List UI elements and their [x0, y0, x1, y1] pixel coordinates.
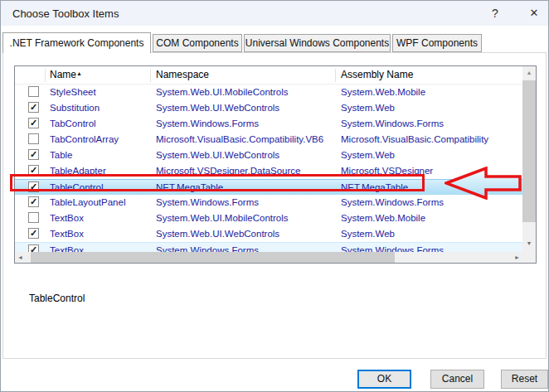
scroll-left-icon[interactable]: ◄: [15, 252, 26, 263]
ok-button[interactable]: OK: [357, 370, 411, 389]
cell-namespace: System.Web.UI.WebControls: [156, 148, 337, 163]
cell-assembly: System.Web: [341, 148, 522, 163]
cell-namespace: System.Web.UI.MobileControls: [156, 85, 337, 100]
column-header-assembly-name[interactable]: Assembly Name: [341, 69, 413, 80]
list-header: Name ▲ Namespace Assembly Name: [15, 66, 522, 85]
cell-name: TabControl: [50, 116, 148, 132]
scroll-down-icon[interactable]: ▼: [522, 237, 536, 250]
vertical-scrollbar[interactable]: ▲ ▼: [522, 66, 536, 252]
scrollbar-corner: [522, 252, 536, 263]
title-bar: Choose Toolbox Items ? ✕: [1, 1, 548, 26]
highlight-arrow-icon: [445, 167, 522, 200]
cell-assembly: System.Web.Mobile: [341, 211, 522, 226]
row-checkbox-checked[interactable]: ✓: [28, 118, 39, 128]
cell-assembly: Microsoft.VisualBasic.Compatibility: [341, 132, 522, 148]
cell-namespace: System.Windows.Forms: [156, 195, 337, 211]
component-details-group-label: TableControl: [26, 293, 88, 304]
header-separator: [45, 69, 46, 82]
horizontal-scrollbar[interactable]: ◄ ►: [15, 252, 522, 263]
row-checkbox-checked[interactable]: ✓: [28, 149, 39, 160]
components-list: Name ▲ Namespace Assembly Name StyleShee…: [14, 65, 537, 264]
row-checkbox-unchecked[interactable]: [28, 86, 39, 97]
cancel-button[interactable]: Cancel: [430, 370, 484, 389]
close-icon[interactable]: ✕: [525, 5, 543, 22]
cell-name: TextBox: [50, 211, 148, 226]
table-row[interactable]: ✓TableSystem.Web.UI.WebControlsSystem.We…: [15, 148, 522, 163]
choose-toolbox-items-dialog: Choose Toolbox Items ? ✕ .NET Framework …: [0, 0, 549, 392]
reset-button[interactable]: Reset: [501, 370, 548, 389]
table-row[interactable]: StyleSheetSystem.Web.UI.MobileControlsSy…: [15, 85, 522, 100]
column-header-name[interactable]: Name: [50, 69, 76, 80]
cell-namespace: System.Web.UI.MobileControls: [156, 211, 337, 226]
window-title: Choose Toolbox Items: [12, 7, 119, 20]
vertical-scrollbar-thumb[interactable]: [522, 80, 536, 222]
tab-wpf-components[interactable]: WPF Components: [392, 34, 482, 52]
cell-name: TabControlArray: [50, 132, 148, 148]
cell-assembly: System.Web: [341, 226, 522, 242]
horizontal-scrollbar-thumb[interactable]: [31, 252, 395, 263]
row-checkbox-checked[interactable]: ✓: [28, 102, 39, 113]
cell-namespace: Microsoft.VisualBasic.Compatibility.VB6: [156, 132, 337, 148]
table-row[interactable]: ✓TabControlSystem.Windows.FormsSystem.Wi…: [15, 116, 522, 132]
header-separator: [150, 69, 151, 82]
cell-namespace: System.Web.UI.WebControls: [156, 226, 337, 242]
table-row[interactable]: TextBoxSystem.Web.UI.MobileControlsSyste…: [15, 211, 522, 226]
table-row[interactable]: ✓TextBoxSystem.Web.UI.WebControlsSystem.…: [15, 226, 522, 242]
cell-namespace: System.Windows.Forms: [156, 116, 337, 132]
highlight-rectangle: [10, 174, 425, 191]
cell-name: StyleSheet: [50, 85, 148, 100]
table-row[interactable]: ✓SubstitutionSystem.Web.UI.WebControlsSy…: [15, 100, 522, 116]
row-checkbox-checked[interactable]: ✓: [28, 228, 39, 239]
cell-namespace: System.Web.UI.WebControls: [156, 100, 337, 116]
help-icon[interactable]: ?: [486, 5, 504, 22]
row-checkbox-checked[interactable]: ✓: [28, 196, 39, 207]
column-header-namespace[interactable]: Namespace: [156, 69, 209, 80]
cell-name: TableLayoutPanel: [50, 195, 148, 211]
row-checkbox-unchecked[interactable]: [28, 133, 39, 144]
header-separator: [335, 69, 336, 82]
tab-net-framework-components[interactable]: .NET Framework Components: [2, 32, 151, 53]
cell-name: TextBox: [50, 226, 148, 242]
cell-name: Substitution: [50, 100, 148, 116]
table-row[interactable]: TabControlArrayMicrosoft.VisualBasic.Com…: [15, 132, 522, 148]
cell-name: Table: [50, 148, 148, 163]
cell-assembly: System.Web: [341, 100, 522, 116]
cell-assembly: System.Web.Mobile: [341, 85, 522, 100]
tab-universal-windows-components[interactable]: Universal Windows Components: [244, 34, 391, 52]
sort-ascending-icon: ▲: [76, 70, 82, 76]
scroll-right-icon[interactable]: ►: [512, 252, 522, 263]
cell-assembly: System.Windows.Forms: [341, 116, 522, 132]
tab-com-components[interactable]: COM Components: [153, 34, 242, 52]
scroll-up-icon[interactable]: ▲: [522, 66, 536, 80]
row-checkbox-unchecked[interactable]: [28, 212, 39, 223]
